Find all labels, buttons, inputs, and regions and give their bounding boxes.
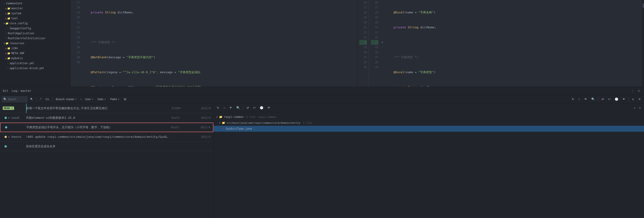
branch-close-icon[interactable]: ✕ (80, 98, 82, 101)
tree-label: tool (11, 17, 18, 20)
close-panel-button[interactable]: ✕ (637, 97, 642, 102)
fetch-button[interactable]: ⑃ (577, 97, 582, 102)
file-count-src: 1 file (303, 121, 312, 124)
case-button[interactable]: Cc (44, 97, 51, 102)
user-dropdown[interactable]: User ▼ (84, 97, 95, 102)
code-content-left[interactable]: private String dictName; /** 字典类型 */ @No… (82, 0, 357, 87)
right-undo-button[interactable]: ↩ (252, 105, 257, 110)
file-config-icon: ◦ (4, 2, 5, 5)
tree-item-coreconfig[interactable]: ▼ 📁 core.config (0, 21, 70, 26)
folder-icon: 📁 (7, 7, 10, 10)
file-tree-ruoyi-common[interactable]: ▼ 📁 ruoyi-common 1 file ruoyi-common (214, 114, 644, 120)
git-more-button[interactable]: ⋮ (630, 89, 635, 93)
right-toolbar-actions: ↻ ⑃ 👁 🔍 ⇄ ↩ 🕐 👁 ∧ ✕ (570, 97, 642, 102)
history-button[interactable]: 🕐 (613, 97, 620, 102)
tree-item-i18n[interactable]: ▶ 📁 i18n (0, 46, 70, 51)
tree-item-ruoyiapplication[interactable]: ◦ RuoYiApplication (0, 31, 70, 36)
search-input[interactable] (8, 98, 26, 101)
folder-icon: 📁 (6, 42, 9, 45)
right-preview-button[interactable]: 👁 (266, 105, 272, 110)
commit-item-5[interactable]: 添加百度百合进全合并 (0, 142, 214, 151)
tree-label: SwaggerConfig (10, 27, 31, 30)
src-path-label: src/main/java/com/ruoyi/common/core/doma… (226, 121, 300, 124)
undo-button[interactable]: ↩ (607, 97, 612, 102)
search-icon: 🔍 (4, 98, 7, 101)
git-header-actions: ⋮ ✕ (630, 89, 641, 93)
chevron-icon: ▶ (6, 7, 7, 10)
right-compare-button[interactable]: ⇄ (245, 105, 250, 110)
commit-item-3[interactable]: 字典类型必须以字母开头，且只能为（小写字母，数字，下划线） RuoYi 2022… (0, 123, 214, 132)
right-search-button[interactable]: 🔍 (235, 105, 241, 110)
new-tab-button[interactable]: ⊞ (122, 97, 128, 102)
code-content-right[interactable]: @Excel(name = "字典名称") private String dic… (385, 0, 642, 87)
date-dropdown[interactable]: Date ▼ (96, 97, 107, 102)
branch-dropdown[interactable]: Branch: master ▼ (54, 97, 78, 102)
right-close-button[interactable]: ✕ (638, 106, 642, 110)
right-refresh-button[interactable]: ↻ (216, 105, 221, 110)
paths-dropdown[interactable]: Paths ▼ (109, 97, 121, 102)
git-close-button[interactable]: ✕ (637, 89, 641, 93)
tree-item-ruoyiservlet[interactable]: ◦ RuoYiServletInitializer (0, 36, 70, 41)
chevron-icon: ▶ (6, 52, 7, 55)
file-tree: ◦ CommonCont ▶ 📁 monitor ▶ 📁 system ▶ 📁 … (0, 0, 70, 87)
commit-date-4: 2022/4 (192, 135, 211, 138)
right-eye-button[interactable]: 👁 (228, 105, 234, 110)
new-tab-icon: ⊞ (124, 98, 126, 101)
tree-item-system[interactable]: ▶ 📁 system (0, 11, 70, 16)
tree-item-mybatis[interactable]: ▶ 📁 mybatis (0, 56, 70, 61)
expand-button[interactable]: ∧ (630, 97, 636, 102)
right-clock-button[interactable]: 🕐 (258, 105, 265, 110)
preview-button[interactable]: 👁 (621, 97, 627, 102)
local-label: ∨ Local (8, 116, 20, 119)
file-tree-src-path[interactable]: ▼ 📁 src/main/java/com/ruoyi/common/core/… (214, 120, 644, 126)
commit-item-4[interactable]: ∨ Remote !465 update ruoyi-common/src/ma… (0, 132, 214, 142)
git-label[interactable]: Git (3, 89, 8, 93)
yml-file-icon: ◦ (7, 62, 9, 65)
tree-item-resources[interactable]: ▼ 📁 resources (0, 41, 70, 46)
line-numbers-right-2: 26 27 28 29 30 31 32 33 34 35 36 37 38 3… (369, 0, 380, 87)
commit-dot-4 (4, 136, 7, 138)
tree-label: application-druid.yml (10, 67, 44, 70)
commit-item-head[interactable]: HEAD ( 新增一个取文件名而不带后缀的整合方法,干净又卫生啊兄弟们 XCSD… (0, 104, 214, 113)
chevron-icon: ▶ (6, 12, 7, 15)
tree-label: core.config (10, 22, 28, 25)
paths-label: Paths (110, 98, 117, 101)
compare-button[interactable]: ⇄ (600, 97, 605, 102)
user-label: User (85, 98, 91, 101)
fold-icon[interactable]: ▼ (382, 40, 383, 45)
commit-dot-5 (4, 145, 7, 147)
commit-message-1: 新增一个取文件名而不带后缀的整合方法,干净又卫生啊兄弟们 (26, 106, 169, 110)
tree-item-swaggerconfig[interactable]: ◦ SwaggerConfig (0, 26, 70, 31)
search-options-button[interactable]: 🔍 (29, 97, 34, 101)
regex-button[interactable]: .* (38, 97, 43, 102)
refresh-button[interactable]: ↻ (570, 97, 576, 102)
git-header: Git Log: master ⋮ ✕ (0, 87, 644, 95)
tree-item-monitor[interactable]: ▶ 📁 monitor (0, 6, 70, 11)
regex-label: .* (40, 98, 42, 101)
chevron-icon: ▼ (4, 22, 5, 25)
git-file-tree: ▼ 📁 ruoyi-common 1 file ruoyi-common ▼ 📁… (214, 112, 644, 218)
right-close-actions: ∧ ✕ (633, 106, 642, 110)
folder-chevron-src-icon: ▼ (219, 122, 220, 124)
commit-message-2: 升级element-ui到最新版本2.15.8 (26, 116, 169, 120)
search-box[interactable]: 🔍 (2, 96, 28, 102)
tree-item-commoncont[interactable]: ◦ CommonCont (0, 1, 70, 6)
folder-icon: 📁 (7, 47, 10, 50)
search-with-icon: 🔍 (30, 98, 33, 100)
tree-item-application-yml[interactable]: ◦ application.yml (0, 61, 70, 66)
tree-item-tool[interactable]: ▶ 📁 tool (0, 16, 70, 21)
file-tree-sysdicttype[interactable]: ◦ SysDictType.java (214, 126, 644, 132)
chevron-down-icon: ▼ (118, 98, 120, 100)
eye-button[interactable]: 👁 (583, 97, 588, 102)
commit-item-2[interactable]: ∨ Local 升级element-ui到最新版本2.15.8 RuoYi 20… (0, 113, 214, 123)
folder-icon: 📁 (7, 17, 10, 20)
tree-item-metainf[interactable]: ▶ 📁 META-INF (0, 51, 70, 56)
search-commits-button[interactable]: 🔍 (590, 97, 596, 102)
commit-dot-2 (4, 117, 7, 119)
right-expand-button[interactable]: ∧ (633, 106, 637, 110)
commit-date-2: 2022/4 (192, 116, 211, 119)
tree-item-application-druid[interactable]: ◦ application-druid.yml (0, 66, 70, 71)
right-branch-button[interactable]: ⑃ (222, 105, 226, 110)
chevron-icon: ▶ (6, 47, 7, 50)
tree-label: application.yml (10, 62, 34, 65)
